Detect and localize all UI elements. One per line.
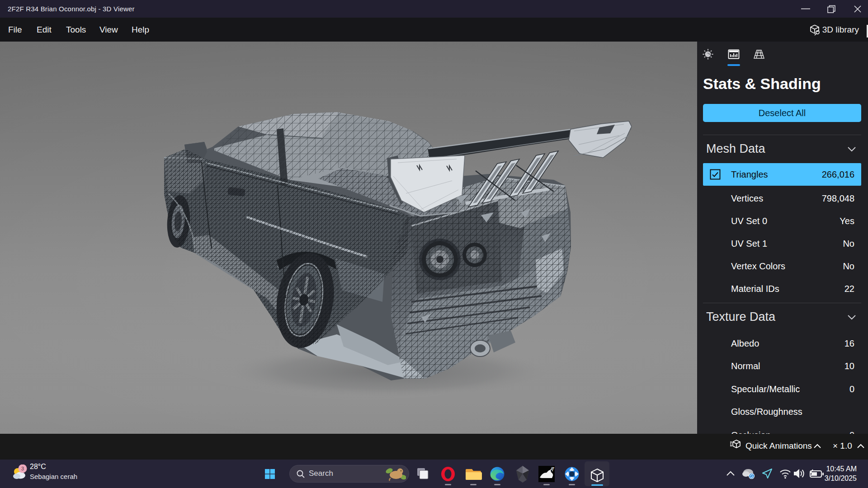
svg-text:3: 3: [21, 466, 24, 471]
